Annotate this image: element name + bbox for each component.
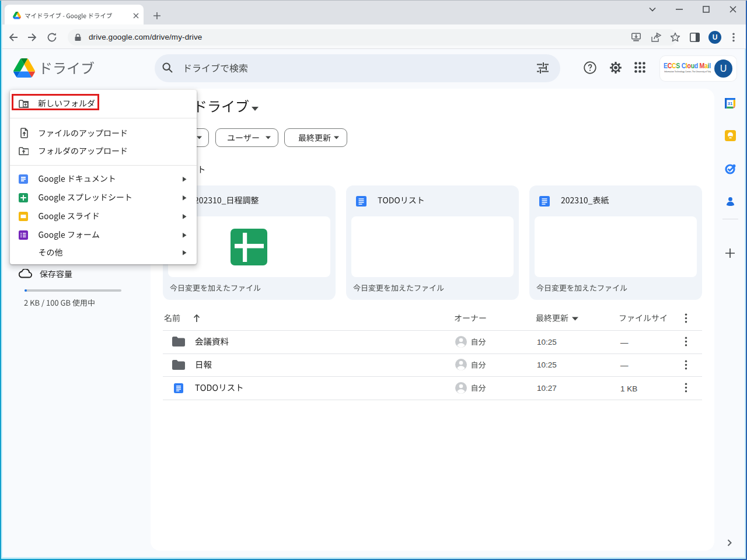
svg-text:31: 31 [728, 101, 732, 106]
